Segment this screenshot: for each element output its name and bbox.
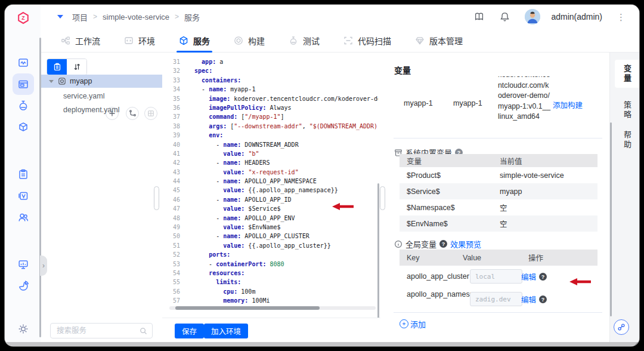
scrollbar-thumb[interactable] (175, 306, 320, 310)
global-var-value-input[interactable] (470, 269, 522, 284)
code-line[interactable]: 49 value: $EnvName$ (162, 223, 378, 232)
code-line[interactable]: 40 - name: DOWNSTREAM_ADDR (162, 140, 378, 149)
panel-resize-handle-left[interactable] (154, 186, 159, 210)
tab-environments[interactable]: 环境 (124, 29, 155, 53)
help-icon[interactable]: ? (539, 273, 547, 281)
side-tab-policy[interactable]: 策略 (615, 97, 639, 124)
global-var-value-input[interactable] (470, 292, 522, 306)
preview-link[interactable]: 效果预览 (450, 238, 481, 250)
code-line[interactable]: 35 image: koderover.tencentcloudcr.com/k… (162, 94, 378, 103)
settings-gear-icon[interactable] (17, 323, 29, 335)
tab-workflows[interactable]: 工作流 (61, 29, 100, 53)
divider (394, 312, 602, 313)
list-view-button[interactable] (47, 59, 67, 75)
right-side-tabs: 变量 策略 帮助 (609, 53, 639, 346)
code-line[interactable]: 57 memory: 100Mi (162, 296, 378, 305)
code-line[interactable]: 51 value: {{.apollo_app_cluster}} (162, 241, 378, 250)
line-number: 53 (162, 260, 187, 269)
code-line[interactable]: 53 - containerPort: 8080 (162, 260, 378, 269)
grid-view-button-disabled[interactable] (144, 107, 157, 120)
tree-expand-caret-icon[interactable] (49, 80, 54, 83)
help-icon[interactable]: ? (439, 240, 447, 248)
tab-code-scan[interactable]: 代码扫描 (343, 29, 391, 53)
share-link-button[interactable] (614, 319, 629, 335)
code-line[interactable]: 44 - name: APOLLO_APP_NAMESPACE (162, 177, 378, 186)
sidebar-collapse-handle[interactable]: › (40, 255, 47, 276)
code-line[interactable]: 31 app: a (162, 57, 378, 66)
edit-link[interactable]: 编辑 (521, 271, 536, 282)
code-line[interactable]: 54 resources: (162, 269, 378, 278)
panel-resize-handle-right[interactable] (380, 186, 385, 210)
sidebar-item-tests[interactable] (17, 100, 29, 112)
code-line[interactable]: 41 value: "b" (162, 149, 378, 158)
code-line[interactable]: 32 spec: (162, 66, 378, 75)
main-vertical-scrollbar[interactable] (39, 38, 41, 337)
zadig-logo-icon[interactable]: Z (17, 11, 30, 24)
sidebar-item-statistics[interactable] (17, 280, 29, 292)
user-avatar[interactable] (525, 9, 540, 24)
tree-file-service-yaml[interactable]: service.yaml (63, 92, 104, 100)
code-line[interactable]: 39 env: (162, 131, 378, 140)
add-variable-link[interactable]: + 添加 (400, 318, 426, 330)
code-line[interactable]: 34 - name: myapp-1 (162, 85, 378, 94)
sidebar-item-insight[interactable] (17, 258, 29, 270)
sidebar-item-clipboard[interactable] (17, 168, 29, 180)
tree-file-deployment-yaml[interactable]: deployment.yaml (63, 106, 120, 114)
search-input[interactable] (51, 324, 152, 338)
tree-node-myapp[interactable]: myapp (41, 75, 162, 88)
table-header: 变量 当前值 (400, 154, 597, 167)
code-line[interactable]: 38 args: ["--downstream-addr", "$(DOWNST… (162, 122, 378, 131)
code-line[interactable]: 52 ports: (162, 250, 378, 259)
code-line[interactable]: 45 value: {{.apollo_app_namespace}} (162, 186, 378, 195)
sort-view-button[interactable] (67, 59, 86, 75)
editor-vertical-scrollbar[interactable] (377, 183, 379, 334)
breadcrumb-project-name[interactable]: simple-vote-service (103, 13, 169, 21)
code-lines[interactable]: 31 app: a32 spec:33 containers:34 - name… (162, 53, 378, 315)
table-header: Key Value 操作 (400, 250, 597, 266)
code-line[interactable]: 50 - name: APOLLO_APP_CLUSTER (162, 232, 378, 241)
sidebar-item-delivery[interactable] (17, 121, 29, 133)
code-line[interactable]: 42 - name: HEADERS (162, 158, 378, 167)
line-number: 40 (162, 140, 187, 149)
tab-version-management[interactable]: 版本管理 (415, 29, 463, 53)
more-options-icon[interactable]: ⋮ (617, 16, 623, 19)
breadcrumb-projects[interactable]: 项目 (72, 11, 88, 23)
right-panel-scrollbar[interactable] (610, 122, 612, 316)
code-line[interactable]: 33 containers: (162, 76, 378, 85)
notification-bell-icon[interactable] (499, 11, 510, 23)
test-flask-icon (289, 36, 298, 45)
edit-link[interactable]: 编辑 (521, 294, 536, 305)
code-line[interactable]: 48 - name: APOLLO_APP_ENV (162, 214, 378, 223)
code-line[interactable]: 43 value: "x-request-id" (162, 168, 378, 177)
system-var-name: $Product$ (400, 171, 500, 180)
code-line[interactable]: 56 cpu: 100m (162, 287, 378, 296)
tab-services[interactable]: 服务 (179, 29, 210, 53)
col-value: Value (463, 254, 528, 262)
system-var-name: $EnvName$ (400, 220, 500, 228)
window-bottom-scrollbar[interactable] (5, 342, 639, 346)
tab-builds[interactable]: 构建 (234, 29, 265, 53)
info-circle-icon (394, 240, 402, 248)
help-icon[interactable]: ? (539, 295, 547, 303)
sidebar-item-users[interactable] (17, 211, 29, 223)
code-line[interactable]: 37 command: ["/myapp-1"] (162, 112, 378, 121)
line-number: 50 (162, 232, 187, 241)
sidebar-item-dashboard[interactable] (17, 57, 29, 69)
build-icon (234, 36, 243, 45)
sidebar-item-projects[interactable] (17, 78, 29, 90)
side-tab-variables[interactable]: 变量 (615, 60, 639, 88)
add-build-link[interactable]: 添加构建 (553, 99, 583, 110)
code-line[interactable]: 55 limits: (162, 278, 378, 287)
tab-tests[interactable]: 测试 (289, 29, 320, 53)
join-environment-button[interactable]: 加入环境 (204, 324, 248, 338)
user-name[interactable]: admin(admin) (551, 12, 602, 21)
code-line[interactable]: 36 imagePullPolicy: Always (162, 103, 378, 112)
editor-horizontal-scrollbar[interactable] (169, 306, 376, 310)
save-button[interactable]: 保存 (175, 324, 204, 338)
side-tab-help[interactable]: 帮助 (615, 127, 639, 153)
sidebar-item-release[interactable] (17, 190, 29, 202)
resize-corner-icon (634, 342, 638, 346)
project-dropdown-caret-icon[interactable] (57, 15, 63, 19)
tree-structure-button[interactable] (126, 107, 139, 120)
docs-book-icon[interactable] (473, 11, 485, 23)
